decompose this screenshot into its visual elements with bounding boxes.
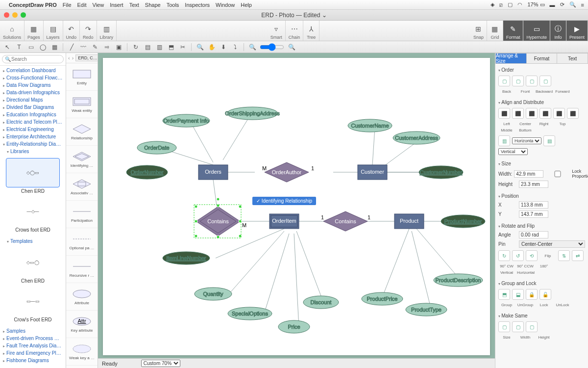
dist-v-button[interactable]: ▤ [543,135,555,146]
hand-tool-icon[interactable]: ✋ [207,43,216,52]
search-input[interactable] [2,55,64,63]
entity-orders[interactable]: Orders [198,165,228,180]
same-size-button[interactable]: ▢ [498,321,510,332]
lib-item[interactable]: Identifying … [66,146,98,173]
attr-orderdate[interactable]: OrderDate [137,141,176,154]
entity-customer[interactable]: Customer [358,165,387,180]
lib-item[interactable]: Weak entity [66,91,98,118]
flag-icon[interactable]: ▬ [550,2,555,8]
lib-item[interactable]: Entity [66,63,98,91]
image-tool-icon[interactable]: ▣ [114,43,123,52]
unlock-button[interactable]: 🔓 [539,289,551,300]
tab-format[interactable]: Format [527,53,558,64]
snap-button[interactable]: ⊞ [473,24,483,34]
attr-specialoptions[interactable]: SpecialOptions [228,307,272,320]
rel-orderauthor[interactable]: OrderAuthor [265,162,309,182]
tab-arrange[interactable]: Arrange & Size [495,53,527,64]
zoom-window-button[interactable] [21,12,26,18]
menu-insert[interactable]: Insert [110,2,123,8]
attr-customername[interactable]: CustomerName [348,119,392,132]
document-title[interactable]: ERD - Photo — Edited ⌄ [261,12,326,19]
canvas-area[interactable]: Orders Customer Product OrderItem OrderA… [98,53,495,368]
library-thumb-crows[interactable]: —◇— [6,197,60,226]
distribute-tool-icon[interactable]: ▥ [155,43,164,52]
undo-button[interactable]: ↶ [66,24,76,34]
tree-button[interactable]: ⅄ [306,24,316,34]
align-right-button[interactable]: ⬛ [526,108,538,119]
angle-input[interactable] [519,231,548,238]
attr-ordernumber[interactable]: OrderNumber [126,165,168,179]
rel-contains2[interactable]: Contains [323,211,368,231]
text-tool-icon[interactable]: T [15,43,24,52]
pages-button[interactable]: ▦ [29,24,39,34]
connector-tool-icon[interactable]: ⥤ [102,43,111,52]
flip-v-button[interactable]: ⇅ [558,250,570,261]
attr-ordershipping[interactable]: OrderShippingAddress [225,107,280,120]
layers-button[interactable]: ▤ [48,24,58,34]
rot-180-button[interactable]: ⟲ [526,250,538,261]
screen-mirror-icon[interactable]: ▢ [508,1,513,8]
tree-item[interactable]: Data-driven Infographics [0,89,66,96]
lock-button[interactable]: 🔒 [526,289,538,300]
attr-customernumber[interactable]: CustomerNumber [419,166,463,179]
attr-quantity[interactable]: Quantity [195,288,232,300]
rel-contains1-selected[interactable]: Contains [194,198,242,238]
section-makesame[interactable]: Make Same [498,312,585,320]
attr-customeraddress[interactable]: CustomerAddress [393,131,440,144]
height-input[interactable] [519,181,548,188]
curve-tool-icon[interactable]: 〰 [79,43,88,52]
section-rotate[interactable]: Rotate and Flip [498,222,585,230]
tree-item[interactable]: Directional Maps [0,96,66,104]
section-group[interactable]: Group and Lock [498,279,585,288]
order-backward-button[interactable]: ▢ [526,76,538,86]
tree-item[interactable]: Electric and Telecom Plans [0,118,66,126]
entity-orderitem[interactable]: OrderItem [270,214,299,229]
align-tool-icon[interactable]: ▤ [143,43,152,52]
shape-tool-icon[interactable]: ▦ [50,43,59,52]
wifi-icon[interactable]: ◠ [517,1,522,8]
lib-item[interactable]: Participation [66,201,98,228]
group-button[interactable]: ⬒ [498,289,510,300]
display-status-icon[interactable]: ⎚ [499,2,503,8]
lib-item[interactable]: Attribute [66,283,98,311]
line-tool-icon[interactable]: ╱ [67,43,76,52]
chain-button[interactable]: ⋯ [290,24,299,34]
attr-price[interactable]: Price [278,320,310,333]
dist-h-button[interactable]: ▥ [498,135,510,146]
tree-item[interactable]: Electrical Engineering [0,126,66,133]
lib-item[interactable]: Relationship [66,118,98,146]
zoom-tool-icon[interactable]: 🔍 [248,43,257,52]
pen-tool-icon[interactable]: ✎ [91,43,99,52]
rot-cw-button[interactable]: ↻ [498,250,510,261]
hypernote-button[interactable]: ▭ [532,24,541,34]
menu-shape[interactable]: Shape [145,2,161,8]
info-button[interactable]: ⓘ [553,24,563,34]
menu-view[interactable]: View [93,2,104,8]
menu-tools[interactable]: Tools [167,2,179,8]
align-left-button[interactable]: ⬛ [498,108,510,119]
drawing-canvas[interactable]: Orders Customer Product OrderItem OrderA… [103,58,490,355]
library-thumb-chen[interactable]: ◇◯▭ [6,158,60,187]
tree-item[interactable]: Fault Tree Analysis Diagrams [0,342,66,349]
tree-item[interactable]: Cross-Functional Flowcharts [0,74,66,81]
order-front-button[interactable]: ▢ [512,76,524,86]
lib-fwd-icon[interactable]: › [72,55,74,61]
same-width-button[interactable]: ▢ [512,321,524,332]
dist-h-select[interactable]: Horizontal [512,137,541,144]
pan-tool-icon[interactable]: ⬇ [219,43,228,52]
rot-ccw-button[interactable]: ↺ [512,250,524,261]
template-thumb-chen[interactable]: ◇▭◯ [6,248,60,277]
zoom-select[interactable]: Custom 70% [141,360,180,367]
tree-item-libraries[interactable]: Libraries [0,148,66,155]
section-size[interactable]: Size [498,159,585,168]
rotate-tool-icon[interactable]: ↻ [131,43,140,52]
hamburger-icon[interactable]: ≡ [581,2,584,8]
present-button[interactable]: ▶ [572,24,582,34]
x-input[interactable] [519,201,548,209]
lib-dropdown[interactable]: ERD, C… [75,54,98,61]
flip-h-button[interactable]: ⇄ [572,250,584,261]
menu-window[interactable]: Window [216,2,235,8]
attr-orderpayment[interactable]: OrderPayment Info [163,114,210,127]
redo-button[interactable]: ↷ [83,24,93,34]
menu-help[interactable]: Help [241,2,252,8]
